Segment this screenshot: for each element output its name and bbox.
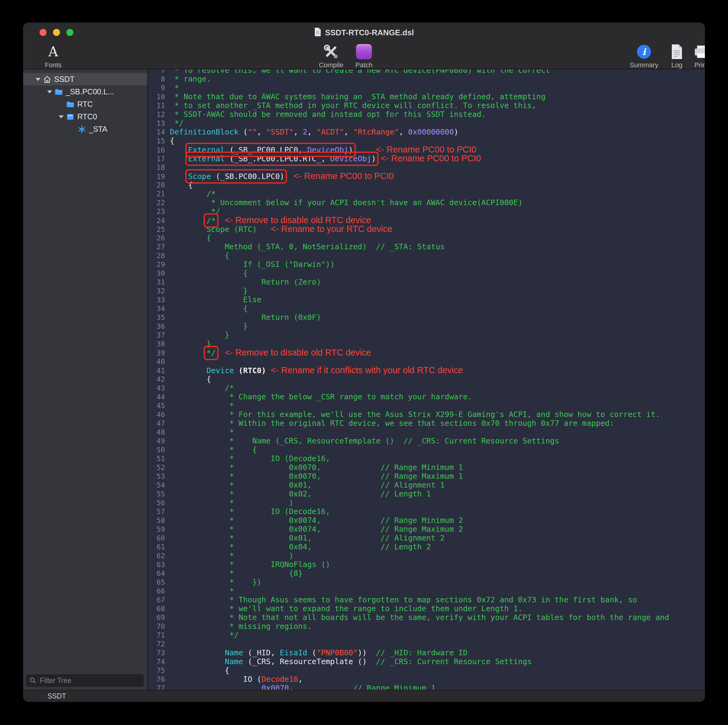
code-line[interactable]: 73 Name (_HID, EisaId ("PNP0B00")) // _H… [148, 648, 705, 657]
sidebar-item-sb-pc00-l[interactable]: _SB.PC00.L... [23, 86, 147, 98]
code-line[interactable]: 30 { [148, 269, 705, 278]
sidebar-item-sta[interactable]: _STA [23, 123, 147, 135]
code-line[interactable]: 12 * SSDT-AWAC should be removed and ins… [148, 110, 705, 119]
code-text: */ <- Remove to disable old RTC device [170, 349, 371, 357]
code-line[interactable]: 13 */ [148, 119, 705, 127]
code-line[interactable]: 14DefinitionBlock ("", "SSDT", 2, "ACDT"… [148, 127, 705, 136]
code-line[interactable]: 64 * {8} [148, 569, 705, 578]
code-line[interactable]: 43 /* [148, 384, 705, 392]
code-line[interactable]: 40 [148, 357, 705, 366]
code-line[interactable]: 21 /* [148, 189, 705, 198]
chevron-down-icon[interactable] [34, 78, 42, 81]
code-line[interactable]: 19 Scope (_SB.PC00.LPC0) <- Rename PC00 … [148, 172, 705, 180]
code-line[interactable]: 38 } [148, 340, 705, 348]
code-line[interactable]: 22 * Uncomment below if your ACPI doesn'… [148, 198, 705, 207]
chevron-down-icon[interactable] [46, 90, 54, 93]
code-line[interactable]: 76 IO (Decode16, [148, 675, 705, 684]
code-line[interactable]: 17 External (_SB_.PC00.LPC0.RTC_, Device… [148, 154, 705, 163]
code-line[interactable]: 51 * IO (Decode16, [148, 454, 705, 463]
log-button[interactable]: Log [670, 44, 683, 69]
filter-tree-field[interactable] [26, 674, 144, 687]
code-line[interactable]: 35 Return (0x0F) [148, 313, 705, 322]
filter-tree-input[interactable] [39, 676, 144, 685]
code-line[interactable]: 27 Method (_STA, 0, NotSerialized) // _S… [148, 242, 705, 251]
code-line[interactable]: 26 { [148, 234, 705, 242]
sidebar-item-ssdt[interactable]: SSDT [23, 73, 147, 86]
code-line[interactable]: 39 */ <- Remove to disable old RTC devic… [148, 348, 705, 357]
code-line[interactable]: 15{ [148, 136, 705, 145]
code-line[interactable]: 9 * [148, 83, 705, 92]
minimize-button[interactable] [53, 29, 60, 36]
code-line[interactable]: 20 { [148, 180, 705, 189]
code-line[interactable]: 10 * Note that due to AWAC systems havin… [148, 92, 705, 101]
code-line[interactable]: 31 Return (Zero) [148, 278, 705, 286]
code-line[interactable]: 45 * [148, 401, 705, 410]
code-line[interactable]: 58 * 0x0074, // Range Minimum 2 [148, 516, 705, 525]
code-line[interactable]: 77 0x0070, // Range Minimum 1 [148, 684, 705, 690]
code-line[interactable]: 23 */ [148, 207, 705, 216]
tree-item-label: _SB.PC00.L... [66, 87, 114, 96]
print-button[interactable]: Print [693, 44, 705, 69]
code-line[interactable]: 37 } [148, 330, 705, 340]
code-line[interactable]: 74 Name (_CRS, ResourceTemplate () // _C… [148, 657, 705, 666]
code-line[interactable]: 53 * 0x0070, // Range Maximum 1 [148, 472, 705, 480]
log-label: Log [671, 61, 683, 69]
code-line[interactable]: 50 * { [148, 445, 705, 454]
code-line[interactable]: 18 [148, 163, 705, 172]
code-line[interactable]: 63 * IRQNoFlags () [148, 560, 705, 569]
code-line[interactable]: 25 Scope (RTC) <- Rename to your RTC dev… [148, 225, 705, 234]
code-line[interactable]: 68 * we'll want to expand the range to i… [148, 604, 705, 613]
code-line[interactable]: 29 If (_OSI ("Darwin")) [148, 260, 705, 269]
sidebar-item-rtc0[interactable]: RTC0 [23, 110, 147, 123]
code-text: { [170, 666, 229, 675]
patch-label: Patch [355, 61, 373, 69]
code-line[interactable]: 70 * missing regions. [148, 622, 705, 631]
code-line[interactable]: 62 * ) [148, 551, 705, 560]
code-line[interactable]: 47 * Within the original RTC device, we … [148, 419, 705, 428]
code-line[interactable]: 49 * Name (_CRS, ResourceTemplate () // … [148, 436, 705, 445]
code-line[interactable]: 69 * Note that not all boards will be th… [148, 613, 705, 622]
code-line[interactable]: 7 * To resolve this, we'll want to creat… [148, 69, 705, 75]
code-line[interactable]: 32 } [148, 286, 705, 295]
code-line[interactable]: 57 * IO (Decode16, [148, 507, 705, 516]
summary-button[interactable]: i Summary [630, 44, 658, 69]
code-line[interactable]: 67 * Though Asus seems to have forgotten… [148, 595, 705, 604]
code-line[interactable]: 66 * [148, 586, 705, 595]
code-line[interactable]: 8 * range. [148, 75, 705, 83]
code-line[interactable]: 56 * ) [148, 498, 705, 507]
chevron-down-icon[interactable] [57, 115, 65, 118]
code-line[interactable]: 16 External (_SB_.PC00.LPC0, DeviceObj) … [148, 145, 705, 154]
code-line[interactable]: 72 [148, 639, 705, 648]
code-line[interactable]: 44 * Change the below _CSR range to matc… [148, 392, 705, 401]
code-line[interactable]: 61 * 0x04, // Length 2 [148, 542, 705, 551]
code-line[interactable]: 42 { [148, 375, 705, 384]
sidebar-item-rtc[interactable]: RTC [23, 98, 147, 110]
code-line[interactable]: 48 * [148, 428, 705, 436]
code-line[interactable]: 52 * 0x0070, // Range Minimum 1 [148, 463, 705, 472]
code-line[interactable]: 41 Device (RTC0) <- Rename if it conflic… [148, 366, 705, 375]
code-line[interactable]: 55 * 0x02, // Length 1 [148, 489, 705, 498]
code-line[interactable]: 46 * For this example, we'll use the Asu… [148, 410, 705, 419]
line-number: 31 [148, 278, 170, 287]
compile-button[interactable]: Compile [319, 44, 344, 69]
code-line[interactable]: 24 /* <- Remove to disable old RTC devic… [148, 216, 705, 225]
code-line[interactable]: 59 * 0x0074, // Range Maximum 2 [148, 525, 705, 534]
code-line[interactable]: 28 { [148, 251, 705, 260]
code-line[interactable]: 71 */ [148, 631, 705, 639]
zoom-button[interactable] [66, 29, 73, 36]
code-line[interactable]: 60 * 0x01, // Alignment 2 [148, 534, 705, 542]
code-line[interactable]: 54 * 0x01, // Alignment 1 [148, 480, 705, 489]
editor[interactable]: 7 * To resolve this, we'll want to creat… [148, 69, 705, 690]
close-button[interactable] [40, 29, 47, 36]
code-line[interactable]: 33 Else [148, 295, 705, 304]
fonts-button[interactable]: A Fonts [45, 44, 61, 69]
patch-button[interactable]: Patch [355, 44, 373, 69]
code-line[interactable]: 75 { [148, 666, 705, 675]
code-line[interactable]: 11 * to set another _STA method in your … [148, 101, 705, 110]
code-line[interactable]: 36 } [148, 322, 705, 330]
code-line[interactable]: 65 * }) [148, 578, 705, 586]
annotation-text: <- Remove to disable old RTC device [225, 347, 371, 357]
code-text: * ) [170, 498, 294, 507]
code-line[interactable]: 34 { [148, 304, 705, 313]
tree-item-label: SSDT [54, 75, 75, 84]
